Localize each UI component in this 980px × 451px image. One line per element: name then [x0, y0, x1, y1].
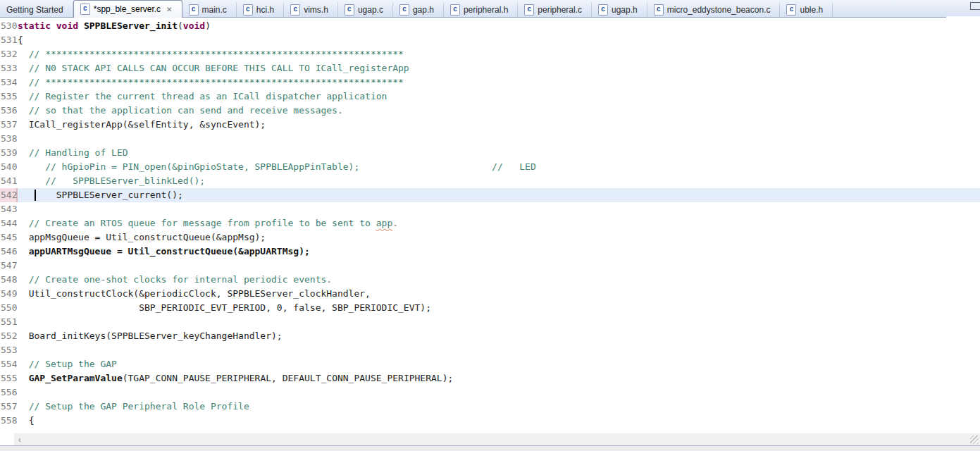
- code-text: Util_constructClock(&periodicClock, SPPB…: [18, 287, 980, 301]
- tab-hci.h[interactable]: chci.h: [237, 2, 284, 17]
- line-number[interactable]: 539: [0, 146, 18, 160]
- code-text: // Setup the GAP: [18, 357, 980, 371]
- line-number[interactable]: 540: [0, 160, 18, 174]
- line-number[interactable]: 547: [0, 259, 18, 273]
- resize-grip-icon[interactable]: [970, 435, 979, 444]
- code-line-551[interactable]: 551: [0, 315, 980, 329]
- code-line-556[interactable]: 556: [0, 385, 980, 400]
- tab-vims.h[interactable]: cvims.h: [284, 2, 338, 17]
- code-line-545[interactable]: 545 appMsgQueue = Util_constructQueue(&a…: [0, 230, 980, 245]
- code-line-541[interactable]: 541 // SPPBLEServer_blinkLed();: [0, 174, 980, 188]
- scroll-left-arrow-icon[interactable]: ‹: [14, 433, 25, 445]
- tab-label: ugap.c: [358, 5, 383, 15]
- code-text: appUARTMsgQueue = Util_constructQueue(&a…: [18, 245, 980, 259]
- code-line-546[interactable]: 546 appUARTMsgQueue = Util_constructQueu…: [0, 245, 980, 259]
- ide-window: Getting Startedc*spp_ble_server.c✕cmain.…: [0, 0, 980, 451]
- line-number[interactable]: 538: [0, 132, 18, 146]
- code-line-538[interactable]: 538: [0, 132, 980, 146]
- code-line-552[interactable]: 552 Board_initKeys(SPPBLEServer_keyChang…: [0, 329, 980, 343]
- line-number[interactable]: 536: [0, 104, 18, 118]
- code-line-536[interactable]: 536 // so that the application can send …: [0, 104, 980, 118]
- line-number[interactable]: 555: [0, 371, 18, 385]
- close-icon[interactable]: ✕: [166, 6, 172, 13]
- line-number[interactable]: 533: [0, 61, 18, 75]
- scrollbar-track[interactable]: [25, 433, 970, 445]
- code-text: {: [18, 33, 980, 47]
- code-line-553[interactable]: 553: [0, 343, 980, 357]
- code-line-537[interactable]: 537 ICall_registerApp(&selfEntity, &sync…: [0, 118, 980, 132]
- code-line-542[interactable]: 542 SPPBLEServer_current();: [0, 188, 980, 202]
- text-caret: [35, 190, 36, 201]
- line-number[interactable]: 532: [0, 47, 18, 61]
- tab-uble.h[interactable]: cuble.h: [780, 2, 833, 17]
- line-number[interactable]: 557: [0, 400, 18, 414]
- code-line-555[interactable]: 555 GAP_SetParamValue(TGAP_CONN_PAUSE_PE…: [0, 371, 980, 385]
- code-editor[interactable]: 530static void SPPBLEServer_init(void)53…: [0, 18, 980, 433]
- code-line-540[interactable]: 540 // hGpioPin = PIN_open(&pinGpioState…: [0, 160, 980, 174]
- code-line-543[interactable]: 543: [0, 202, 980, 216]
- tab-label: peripheral.c: [538, 5, 582, 15]
- code-line-531[interactable]: 531{: [0, 33, 980, 47]
- c-file-icon: c: [345, 4, 354, 16]
- line-number[interactable]: 552: [0, 329, 18, 343]
- tab-ugap.c[interactable]: cugap.c: [338, 2, 393, 17]
- line-number[interactable]: 553: [0, 343, 18, 357]
- code-line-558[interactable]: 558 {: [0, 414, 980, 428]
- code-line-532[interactable]: 532 // *********************************…: [0, 47, 980, 61]
- tab-peripheral.h[interactable]: cperipheral.h: [444, 2, 518, 17]
- c-file-icon: c: [598, 4, 608, 16]
- tab-micro-eddystone-beacon.c[interactable]: cmicro_eddystone_beacon.c: [647, 2, 781, 17]
- code-line-547[interactable]: 547: [0, 259, 980, 273]
- line-number[interactable]: 537: [0, 118, 18, 132]
- line-number[interactable]: 544: [0, 216, 18, 230]
- code-line-534[interactable]: 534 // *********************************…: [0, 75, 980, 89]
- code-text: // Handling of LED: [18, 146, 980, 160]
- code-text: [18, 385, 980, 400]
- tab-gap.h[interactable]: cgap.h: [393, 2, 444, 17]
- tab-ugap.h[interactable]: cugap.h: [592, 2, 647, 17]
- code-line-533[interactable]: 533 // N0 STACK API CALLS CAN OCCUR BEFO…: [0, 61, 980, 75]
- horizontal-scrollbar[interactable]: ‹: [0, 433, 980, 445]
- code-line-544[interactable]: 544 // Create an RTOS queue for message …: [0, 216, 980, 230]
- tab-peripheral.c[interactable]: cperipheral.c: [518, 2, 592, 17]
- line-number[interactable]: 549: [0, 287, 18, 301]
- maximize-editor-icon[interactable]: [970, 2, 980, 10]
- line-number[interactable]: 551: [0, 315, 18, 329]
- c-file-icon: c: [450, 4, 460, 16]
- code-text: [18, 343, 980, 357]
- code-text: [18, 315, 980, 329]
- c-file-icon: c: [524, 4, 534, 16]
- tab-main.c[interactable]: cmain.c: [182, 2, 237, 17]
- line-number[interactable]: 542: [0, 188, 18, 202]
- line-number[interactable]: 534: [0, 75, 18, 89]
- line-number[interactable]: 535: [0, 89, 18, 104]
- code-text: [18, 202, 980, 216]
- line-number[interactable]: 550: [0, 301, 18, 315]
- code-line-530[interactable]: 530static void SPPBLEServer_init(void): [0, 19, 980, 33]
- line-number[interactable]: 556: [0, 385, 18, 400]
- code-area[interactable]: 530static void SPPBLEServer_init(void)53…: [0, 19, 980, 428]
- code-line-539[interactable]: 539 // Handling of LED: [0, 146, 980, 160]
- tab-spp-ble-server.c[interactable]: c*spp_ble_server.c✕: [73, 0, 182, 18]
- code-line-554[interactable]: 554 // Setup the GAP: [0, 357, 980, 371]
- tab-getting-started[interactable]: Getting Started: [0, 2, 73, 17]
- line-number[interactable]: 554: [0, 357, 18, 371]
- code-line-535[interactable]: 535 // Register the current thread as an…: [0, 89, 980, 104]
- line-number[interactable]: 531: [0, 33, 18, 47]
- line-number[interactable]: 558: [0, 414, 18, 428]
- code-line-557[interactable]: 557 // Setup the GAP Peripheral Role Pro…: [0, 400, 980, 414]
- line-number[interactable]: 543: [0, 202, 18, 216]
- code-line-549[interactable]: 549 Util_constructClock(&periodicClock, …: [0, 287, 980, 301]
- editor-tab-bar: Getting Startedc*spp_ble_server.c✕cmain.…: [0, 0, 980, 18]
- line-number[interactable]: 546: [0, 245, 18, 259]
- code-text: SBP_PERIODIC_EVT_PERIOD, 0, false, SBP_P…: [18, 301, 980, 315]
- line-number[interactable]: 545: [0, 230, 18, 245]
- line-number[interactable]: 548: [0, 273, 18, 287]
- code-text: appMsgQueue = Util_constructQueue(&appMs…: [18, 230, 980, 245]
- line-number[interactable]: 530: [0, 19, 18, 33]
- code-text: // N0 STACK API CALLS CAN OCCUR BEFORE T…: [18, 61, 980, 75]
- line-number[interactable]: 541: [0, 174, 18, 188]
- code-line-550[interactable]: 550 SBP_PERIODIC_EVT_PERIOD, 0, false, S…: [0, 301, 980, 315]
- code-line-548[interactable]: 548 // Create one-shot clocks for intern…: [0, 273, 980, 287]
- tab-label: *spp_ble_server.c: [94, 4, 161, 14]
